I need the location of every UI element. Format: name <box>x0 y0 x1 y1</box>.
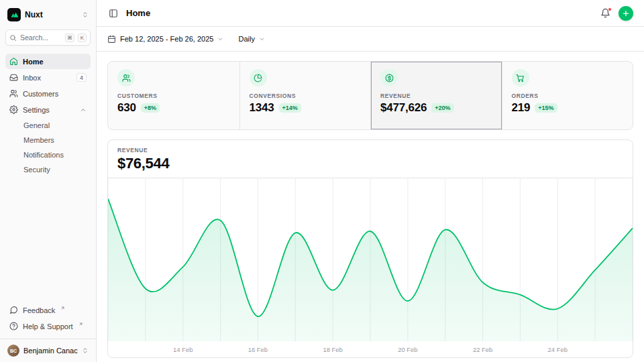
sidebar-item-security[interactable]: Security <box>5 162 91 177</box>
search-placeholder: Search... <box>20 34 62 42</box>
settings-children: General Members Notifications Security <box>5 118 91 177</box>
sidebar-item-members[interactable]: Members <box>5 133 91 147</box>
kbd-cmd: ⌘ <box>65 34 74 42</box>
dashboard-app: Nuxt Search... ⌘ K Home Inbox 4 Customer… <box>0 0 644 362</box>
sidebar-subitem-label: Security <box>23 166 50 174</box>
period-label: Daily <box>238 35 254 43</box>
stat-value: 1343 <box>250 101 274 115</box>
sidebar-subitem-label: General <box>23 121 50 129</box>
chevron-up-icon <box>80 107 87 113</box>
stat-value: 219 <box>512 101 531 115</box>
sidebar-item-notifications[interactable]: Notifications <box>5 147 91 162</box>
sidebar-item-label: Settings <box>23 106 75 114</box>
svg-text:20 Feb: 20 Feb <box>398 346 417 353</box>
add-button[interactable] <box>619 6 633 21</box>
revenue-chart-card: REVENUE $76,544 14 Feb16 Feb18 Feb20 Feb… <box>107 139 633 358</box>
sidebar-subitem-label: Notifications <box>23 151 64 159</box>
period-select[interactable]: Daily <box>238 35 264 43</box>
external-link-icon <box>78 322 83 326</box>
stats-row: CUSTOMERS 630 +8% CONVERSIONS 1343 +14% <box>107 61 633 130</box>
help-support-link[interactable]: Help & Support <box>5 318 91 334</box>
cart-icon <box>512 69 529 86</box>
chart-metric-label: REVENUE <box>117 147 623 154</box>
sidebar-collapse-button[interactable] <box>107 7 119 19</box>
dollar-circle-icon <box>380 69 398 86</box>
panel-left-icon <box>109 9 118 18</box>
help-icon <box>9 322 18 330</box>
sidebar-item-label: Customers <box>23 90 87 98</box>
stat-card-orders[interactable]: ORDERS 219 +15% <box>502 62 633 129</box>
stat-label: ORDERS <box>512 93 624 99</box>
stat-card-conversions[interactable]: CONVERSIONS 1343 +14% <box>239 62 371 129</box>
sidebar-footer: Feedback Help & Support BC Benjamin Cana… <box>5 302 91 357</box>
page-title: Home <box>126 8 150 18</box>
sidebar-item-settings[interactable]: Settings <box>5 102 91 117</box>
kbd-k: K <box>78 34 87 42</box>
plus-icon <box>622 9 630 17</box>
footer-item-label: Help & Support <box>23 322 73 330</box>
stat-delta-badge: +20% <box>431 103 453 113</box>
stat-card-revenue[interactable]: REVENUE $477,626 +20% <box>370 62 502 129</box>
sidebar-item-inbox[interactable]: Inbox 4 <box>5 70 91 85</box>
chevrons-up-down-icon <box>82 11 89 18</box>
chart-pie-icon <box>250 69 267 86</box>
sidebar-item-label: Inbox <box>23 74 72 82</box>
gear-icon <box>9 105 18 114</box>
filter-toolbar: Feb 12, 2025 - Feb 26, 2025 Daily <box>97 27 644 52</box>
divider <box>0 339 96 339</box>
sidebar-subitem-label: Members <box>23 136 54 144</box>
feedback-link[interactable]: Feedback <box>5 302 91 318</box>
user-name: Benjamin Canac <box>23 347 78 355</box>
chart-header: REVENUE $76,544 <box>108 140 633 178</box>
chevron-down-icon <box>259 36 265 42</box>
nuxt-logo-icon <box>7 8 21 21</box>
stat-value: $477,626 <box>380 101 427 115</box>
top-header: Home <box>97 0 644 27</box>
inbox-count-badge: 4 <box>76 73 87 82</box>
search-input[interactable]: Search... ⌘ K <box>5 29 91 46</box>
home-icon <box>9 57 18 66</box>
date-range-picker[interactable]: Feb 12, 2025 - Feb 26, 2025 <box>107 35 223 44</box>
stat-delta-badge: +15% <box>535 103 557 113</box>
sidebar-item-customers[interactable]: Customers <box>5 86 91 101</box>
users-icon <box>117 69 135 86</box>
sidebar-item-home[interactable]: Home <box>5 54 91 69</box>
users-icon <box>9 89 18 98</box>
search-icon <box>9 34 17 42</box>
external-link-icon <box>60 306 65 310</box>
sidebar-nav: Home Inbox 4 Customers Settings General … <box>5 54 91 177</box>
svg-text:22 Feb: 22 Feb <box>473 346 492 353</box>
chart-metric-value: $76,544 <box>117 155 623 172</box>
user-menu-button[interactable]: BC Benjamin Canac <box>5 340 91 357</box>
main-area: Home Feb 12, 2025 - Feb 26, 2025 Daily <box>97 0 644 362</box>
stat-label: REVENUE <box>380 93 492 99</box>
stat-value: 630 <box>117 101 136 115</box>
inbox-icon <box>9 73 18 82</box>
sidebar: Nuxt Search... ⌘ K Home Inbox 4 Customer… <box>0 0 97 362</box>
team-name: Nuxt <box>25 10 78 19</box>
avatar: BC <box>7 345 19 357</box>
stat-delta-badge: +8% <box>141 103 160 113</box>
svg-text:16 Feb: 16 Feb <box>248 346 268 353</box>
date-range-label: Feb 12, 2025 - Feb 26, 2025 <box>120 35 213 43</box>
stat-delta-badge: +14% <box>279 103 301 113</box>
stat-label: CONVERSIONS <box>250 93 362 99</box>
unread-indicator <box>608 7 612 11</box>
stat-label: CUSTOMERS <box>117 93 230 99</box>
dashboard-content: CUSTOMERS 630 +8% CONVERSIONS 1343 +14% <box>97 52 644 362</box>
footer-item-label: Feedback <box>23 306 55 314</box>
feedback-icon <box>9 306 18 314</box>
svg-text:18 Feb: 18 Feb <box>323 346 342 353</box>
sidebar-item-general[interactable]: General <box>5 118 91 133</box>
stat-card-customers[interactable]: CUSTOMERS 630 +8% <box>108 62 239 129</box>
notifications-button[interactable] <box>599 7 612 19</box>
svg-text:14 Feb: 14 Feb <box>173 346 193 353</box>
team-selector[interactable]: Nuxt <box>5 7 91 23</box>
chevron-down-icon <box>217 36 223 42</box>
chevrons-up-down-icon <box>82 347 89 354</box>
svg-text:24 Feb: 24 Feb <box>548 346 568 353</box>
sidebar-item-label: Home <box>23 58 87 66</box>
revenue-chart: 14 Feb16 Feb18 Feb20 Feb22 Feb24 Feb <box>108 178 633 356</box>
calendar-icon <box>107 35 116 44</box>
